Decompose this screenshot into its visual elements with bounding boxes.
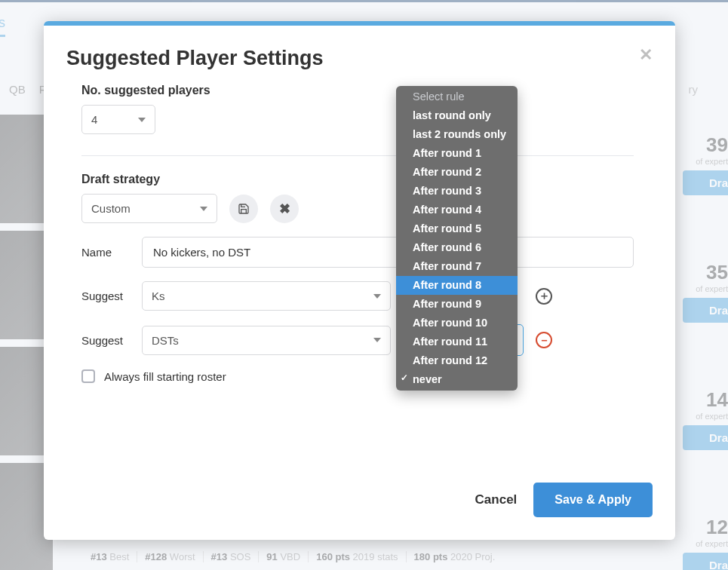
cancel-button[interactable]: Cancel: [475, 492, 518, 507]
dropdown-option[interactable]: never: [396, 370, 518, 389]
dropdown-option[interactable]: After round 11: [396, 332, 518, 351]
dropdown-option[interactable]: last 2 rounds only: [396, 125, 518, 144]
suggested-player-settings-modal: Suggested Player Settings ✕ No. suggeste…: [44, 21, 675, 540]
remove-rule-button[interactable]: －: [536, 332, 552, 348]
modal-title: Suggested Player Settings: [66, 47, 324, 70]
always-fill-roster-label: Always fill starting roster: [104, 370, 226, 383]
suggest-label-2: Suggest: [81, 334, 130, 347]
suggest-position-value-1: Ks: [152, 290, 165, 302]
rule-dropdown[interactable]: Select rulelast round onlylast 2 rounds …: [396, 86, 518, 391]
num-players-label: No. suggested players: [81, 84, 634, 97]
strategy-select[interactable]: Custom: [81, 194, 217, 223]
name-label: Name: [81, 246, 130, 259]
chevron-down-icon: [373, 294, 381, 299]
dropdown-option[interactable]: After round 3: [396, 182, 518, 201]
strategy-name-input[interactable]: [142, 237, 634, 268]
modal-header: Suggested Player Settings ✕: [44, 26, 675, 78]
delete-strategy-button[interactable]: ✖: [270, 195, 299, 223]
dropdown-option[interactable]: After round 2: [396, 163, 518, 182]
strategy-value: Custom: [91, 202, 131, 215]
dropdown-option[interactable]: After round 8: [396, 276, 518, 295]
num-players-select[interactable]: 4: [81, 105, 155, 134]
dropdown-option[interactable]: After round 6: [396, 238, 518, 257]
divider: [81, 155, 634, 156]
save-apply-button[interactable]: Save & Apply: [533, 483, 653, 517]
suggest-position-select-1[interactable]: Ks: [142, 281, 391, 311]
strategy-label: Draft strategy: [81, 173, 634, 186]
chevron-down-icon: [373, 338, 381, 342]
chevron-down-icon: [138, 118, 146, 122]
dropdown-option[interactable]: After round 12: [396, 351, 518, 370]
chevron-down-icon: [200, 207, 207, 211]
modal-footer: Cancel Save & Apply: [44, 469, 675, 540]
suggest-position-select-2[interactable]: DSTs: [142, 326, 391, 355]
add-rule-button[interactable]: ＋: [536, 288, 552, 305]
num-players-value: 4: [91, 113, 97, 126]
dropdown-option[interactable]: After round 4: [396, 201, 518, 219]
minus-icon: －: [539, 333, 550, 348]
dropdown-option[interactable]: After round 1: [396, 144, 518, 163]
dropdown-option[interactable]: After round 9: [396, 295, 518, 314]
close-icon: ✖: [279, 201, 290, 217]
suggest-position-value-2: DSTs: [152, 334, 179, 347]
dropdown-option[interactable]: After round 5: [396, 219, 518, 238]
save-strategy-button[interactable]: [229, 195, 258, 223]
dropdown-option[interactable]: After round 7: [396, 257, 518, 276]
dropdown-option[interactable]: last round only: [396, 106, 518, 125]
save-icon: [238, 203, 250, 215]
always-fill-roster-checkbox[interactable]: [81, 369, 95, 383]
suggest-label-1: Suggest: [81, 290, 130, 302]
plus-icon: ＋: [539, 289, 550, 303]
dropdown-option[interactable]: After round 10: [396, 314, 518, 332]
close-icon[interactable]: ✕: [639, 47, 653, 63]
dropdown-header: Select rule: [396, 87, 518, 106]
